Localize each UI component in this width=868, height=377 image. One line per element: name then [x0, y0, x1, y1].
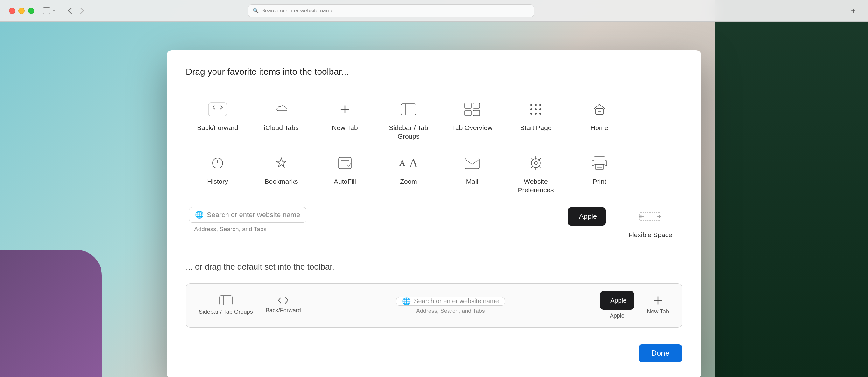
browser-window: 🔍 Search or enter website name + Drag yo… — [0, 0, 868, 377]
default-set-title: ... or drag the default set into the too… — [186, 262, 682, 272]
svg-rect-10 — [473, 110, 480, 116]
home-icon — [588, 100, 611, 119]
toolbar-item-flexible-space[interactable]: Flexible Space — [619, 201, 682, 245]
toolbar-item-back-forward[interactable]: Back/Forward — [186, 94, 249, 147]
dt-apple-button[interactable]: Apple — [600, 291, 634, 310]
svg-point-15 — [535, 113, 537, 115]
minimize-button[interactable] — [19, 8, 25, 14]
svg-point-14 — [535, 104, 537, 106]
svg-rect-38 — [594, 157, 605, 164]
website-preferences-icon — [524, 153, 547, 173]
modal-overlay: Drag your favorite items into the toolba… — [0, 22, 868, 377]
history-icon — [206, 153, 229, 173]
svg-line-35 — [539, 166, 540, 168]
toolbar-item-mail[interactable]: Mail — [440, 147, 504, 201]
svg-line-37 — [531, 166, 533, 168]
dt-apple-label: Apple — [610, 297, 626, 304]
dt-address-sublabel: Address, Search, and Tabs — [416, 308, 485, 314]
done-button[interactable]: Done — [639, 344, 682, 362]
dt-sidebar-icon — [219, 295, 233, 306]
address-sublabel: Address, Search, and Tabs — [194, 226, 267, 233]
toolbar-item-history[interactable]: History — [186, 147, 249, 201]
toolbar-item-website-preferences[interactable]: Website Preferences — [504, 147, 568, 201]
toolbar-item-home[interactable]: Home — [568, 94, 631, 147]
toolbar-customization-dialog: Drag your favorite items into the toolba… — [167, 50, 701, 377]
toolbar-items-grid: Back/Forward iCloud Tabs — [186, 94, 682, 245]
icloud-tabs-icon — [270, 100, 293, 119]
svg-rect-20 — [596, 109, 603, 114]
toolbar-item-print[interactable]: Print — [568, 147, 631, 201]
svg-point-18 — [530, 113, 532, 115]
toolbar-item-address[interactable]: 🌐 Search or enter website name Address, … — [186, 201, 555, 245]
forward-button[interactable] — [76, 5, 88, 16]
print-icon — [588, 153, 611, 173]
dt-item-address[interactable]: 🌐 Search or enter website name Address, … — [314, 297, 587, 314]
apple-button-label: Apple — [579, 212, 597, 220]
svg-point-11 — [535, 108, 537, 110]
toolbar-item-history-label: History — [207, 177, 228, 186]
autofill-icon — [334, 153, 356, 173]
toolbar-item-tab-overview[interactable]: Tab Overview — [440, 94, 504, 147]
toolbar-item-flexible-space-label: Flexible Space — [628, 231, 672, 239]
toolbar-item-zoom[interactable]: A A Zoom — [377, 147, 440, 201]
toolbar-item-apple[interactable]: Apple — [555, 201, 619, 245]
toolbar-item-new-tab[interactable]: New Tab — [313, 94, 377, 147]
sidebar-toggle-button[interactable] — [41, 6, 58, 15]
apple-button[interactable]: Apple — [568, 207, 606, 226]
toolbar-item-start-page-label: Start Page — [520, 123, 551, 132]
svg-rect-7 — [465, 103, 471, 108]
svg-rect-0 — [43, 8, 50, 14]
close-button[interactable] — [9, 8, 15, 14]
add-toolbar-button[interactable]: + — [848, 5, 859, 16]
start-page-icon — [524, 100, 547, 119]
svg-point-29 — [534, 162, 537, 165]
tab-overview-icon — [461, 100, 484, 119]
url-search-bar[interactable]: 🔍 Search or enter website name — [248, 4, 534, 17]
dt-newtab-label: New Tab — [647, 308, 669, 315]
dt-address-placeholder: Search or enter website name — [414, 298, 499, 305]
toolbar-item-zoom-label: Zoom — [400, 177, 417, 186]
svg-rect-8 — [473, 103, 480, 108]
modal-drag-title: Drag your favorite items into the toolba… — [186, 67, 682, 77]
dt-item-sidebar[interactable]: Sidebar / Tab Groups — [199, 295, 253, 316]
maximize-button[interactable] — [28, 8, 34, 14]
dt-apple-label-text: Apple — [610, 312, 625, 319]
default-toolbar-strip: Sidebar / Tab Groups Back/Forward — [186, 283, 682, 328]
svg-rect-27 — [465, 158, 479, 169]
dt-back-icon — [277, 297, 282, 304]
address-placeholder-text: Search or enter website name — [207, 211, 300, 219]
svg-rect-21 — [598, 111, 601, 114]
toolbar-item-bookmarks[interactable]: Bookmarks — [249, 147, 313, 201]
back-button[interactable] — [64, 5, 76, 16]
toolbar-item-icloud-tabs[interactable]: iCloud Tabs — [249, 94, 313, 147]
apple-button-icon: Apple — [575, 207, 598, 226]
globe-icon: 🌐 — [195, 211, 204, 219]
toolbar-item-icloud-tabs-label: iCloud Tabs — [264, 123, 299, 132]
title-bar: 🔍 Search or enter website name + — [0, 0, 868, 22]
dt-sidebar-label: Sidebar / Tab Groups — [199, 308, 253, 316]
toolbar-item-start-page[interactable]: Start Page — [504, 94, 568, 147]
svg-rect-39 — [595, 164, 603, 169]
svg-marker-23 — [277, 158, 286, 167]
toolbar-item-home-label: Home — [591, 123, 608, 132]
svg-rect-45 — [220, 296, 232, 305]
svg-rect-9 — [465, 110, 471, 116]
dt-item-newtab[interactable]: New Tab — [647, 295, 669, 315]
dt-item-backfwd[interactable]: Back/Forward — [266, 297, 301, 314]
dt-item-apple[interactable]: Apple Apple — [600, 291, 634, 319]
traffic-lights — [9, 8, 34, 14]
svg-point-12 — [530, 108, 532, 110]
toolbar-item-tab-overview-label: Tab Overview — [452, 123, 492, 132]
toolbar-item-sidebar-tab-groups-label: Sidebar / Tab Groups — [380, 123, 437, 141]
toolbar-item-autofill[interactable]: AutoFill — [313, 147, 377, 201]
mock-address-bar[interactable]: 🌐 Search or enter website name — [189, 207, 306, 222]
search-icon: 🔍 — [253, 8, 259, 14]
svg-point-16 — [530, 104, 532, 106]
dt-forward-icon — [284, 297, 289, 304]
dt-globe-icon: 🌐 — [402, 297, 411, 306]
dt-address-bar[interactable]: 🌐 Search or enter website name — [396, 297, 505, 306]
svg-point-17 — [539, 104, 541, 106]
svg-line-36 — [539, 158, 540, 160]
toolbar-item-sidebar-tab-groups[interactable]: Sidebar / Tab Groups — [377, 94, 440, 147]
svg-line-34 — [531, 158, 533, 160]
